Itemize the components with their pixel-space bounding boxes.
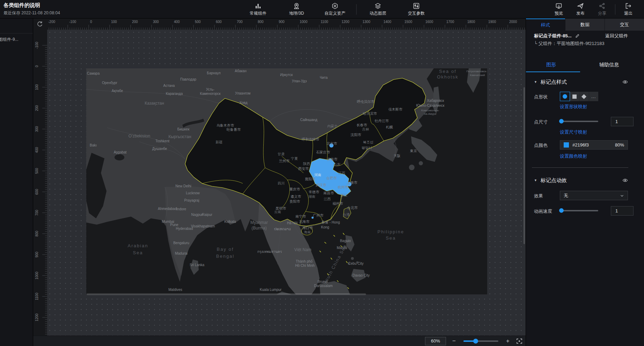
tool-interaction-params[interactable]: 交互参数 (397, 0, 436, 18)
map-label: Toshkent (155, 139, 169, 143)
map-label: Darussalam (314, 284, 332, 288)
zoom-slider-handle[interactable] (473, 339, 478, 344)
square-shape-icon (572, 95, 577, 99)
share-button[interactable]: 分享 (591, 0, 613, 18)
component-toolbar: 常规组件 地理/3D 自定义资产 动态图层 交互参数 (239, 0, 436, 18)
sidebar-layer-item[interactable]: 图组件-9... (0, 37, 33, 43)
visibility-eye-icon[interactable] (622, 178, 628, 185)
subtab-graphic[interactable]: 图形 (546, 62, 556, 68)
shape-circle-option[interactable] (560, 92, 570, 101)
tab-interaction[interactable]: 交互 (605, 18, 644, 31)
point-size-slider-handle[interactable] (559, 119, 564, 123)
svg-text:600: 600 (216, 20, 222, 24)
animation-speed-input[interactable]: 1 (611, 206, 634, 216)
svg-text:1900: 1900 (488, 20, 496, 24)
map-label: Myanmar (250, 220, 268, 225)
map-pin-icon (293, 2, 300, 9)
map-label: 沈阳市 (351, 133, 361, 137)
top-bar: 各类组件的说明 最近保存 2022-11-08 20:08:04 常规组件 地理… (0, 0, 644, 18)
tool-geo-3d[interactable]: 地理/3D (277, 0, 316, 18)
preview-button[interactable]: 预览 (548, 0, 570, 18)
map-artboard[interactable]: Sea ofOkhotskPhilippineSeaArabianSeaBay … (86, 68, 487, 294)
map-label: Кыргызстан (168, 134, 191, 139)
effect-dropdown[interactable]: 无 (560, 191, 628, 200)
map-label: Bay of (217, 247, 234, 252)
map-label: 大阪 (394, 153, 401, 158)
point-size-slider[interactable] (560, 121, 598, 122)
map-label: 北海市 (299, 219, 309, 224)
size-mapping-link[interactable]: 设置尺寸映射 (560, 129, 644, 135)
svg-text:1300: 1300 (363, 20, 371, 24)
shape-more-option[interactable]: ... (589, 92, 599, 101)
shape-mapping-link[interactable]: 设置形状映射 (560, 104, 644, 110)
shape-square-option[interactable] (570, 92, 580, 101)
color-mapping-link[interactable]: 设置颜色映射 (560, 153, 644, 159)
map-label: Maldives (168, 288, 182, 292)
ruler-corner[interactable] (33, 18, 47, 30)
svg-text:500: 500 (35, 168, 39, 174)
map-label: Абакан (235, 69, 246, 73)
collapse-caret-icon[interactable]: ▼ (534, 80, 537, 84)
zoom-in-button[interactable]: + (505, 338, 511, 345)
zoom-slider[interactable] (463, 340, 498, 342)
map-label: 常德市 (309, 190, 319, 195)
svg-text:900: 900 (279, 20, 285, 24)
map-label: Lucknow (186, 191, 199, 195)
section-title: 标记点样式 (541, 79, 567, 85)
tab-data[interactable]: 数据 (565, 18, 605, 31)
map-label: Manila (337, 246, 347, 250)
map-label: 江西 (324, 197, 331, 202)
map-label: 新疆 (215, 140, 222, 145)
back-to-parent-link[interactable]: 返回父组件 (605, 33, 628, 39)
pencil-icon (575, 33, 580, 38)
point-size-input[interactable]: 1 (611, 117, 634, 126)
tool-custom-assets[interactable]: 自定义资产 (316, 0, 354, 18)
marker-animation-section-header[interactable]: ▼ 标记点动效 (534, 176, 628, 185)
tool-regular-components[interactable]: 常规组件 (239, 0, 277, 18)
edit-name-button[interactable] (573, 32, 580, 38)
tool-dynamic-layers[interactable]: 动态图层 (359, 0, 397, 18)
action-label: 发布 (576, 10, 585, 16)
fit-screen-icon (516, 338, 523, 345)
svg-text:2000: 2000 (509, 20, 517, 24)
vertical-scrollbar[interactable] (524, 87, 525, 244)
editor-canvas[interactable]: Sea ofOkhotskPhilippineSeaArabianSeaBay … (47, 30, 526, 336)
map-label: 贵阳市 (290, 199, 300, 204)
collapse-caret-icon[interactable]: ▼ (534, 179, 537, 182)
exit-button[interactable]: 退出 (617, 0, 639, 18)
subtab-aux-info[interactable]: 辅助信息 (599, 62, 619, 68)
zoom-out-button[interactable]: − (451, 338, 457, 345)
map-label: Davao City (353, 273, 370, 277)
fit-to-screen-button[interactable] (516, 338, 523, 345)
animation-speed-row: 动画速度 1 (534, 206, 628, 216)
animation-speed-label: 动画速度 (534, 208, 552, 215)
map-label: Бишкек (177, 127, 190, 131)
map-label: Казақстан (145, 101, 164, 106)
zoom-level-input[interactable]: 60% (425, 337, 446, 345)
map-label: Sea (133, 250, 143, 255)
map-label: 海口市 (302, 226, 313, 231)
tab-style[interactable]: 样式 (526, 18, 565, 31)
shape-diamond-option[interactable] (579, 92, 589, 101)
panel-subtabs: 图形 辅助信息 (526, 58, 644, 72)
animation-speed-slider[interactable] (560, 210, 598, 211)
map-label: Madurai (175, 251, 188, 255)
horizontal-scrollbar[interactable] (87, 293, 366, 295)
marker-style-section-header[interactable]: ▼ 标记点样式 (534, 78, 628, 86)
map-label: 杭州市 (338, 185, 348, 190)
map-label: Улаангом (235, 91, 250, 95)
animation-speed-slider-handle[interactable] (559, 208, 564, 213)
map-label: 北京市 (327, 141, 337, 146)
map-label: ປະເທດລາວ (274, 227, 291, 231)
publish-button[interactable]: 发布 (570, 0, 591, 18)
map-label: Астана (163, 84, 175, 88)
toolbar-divider (615, 4, 615, 15)
map-label: Sea of (439, 69, 456, 74)
point-color-picker[interactable]: #2196f3 80% (560, 140, 628, 150)
svg-text:0: 0 (90, 20, 92, 24)
map-label: Indore (176, 207, 186, 211)
map-label: Việt Nam (294, 247, 311, 252)
visibility-eye-icon[interactable] (622, 79, 628, 86)
map-label: 哈尔滨市 (363, 111, 377, 116)
map-label: на-Амуре (424, 112, 436, 115)
